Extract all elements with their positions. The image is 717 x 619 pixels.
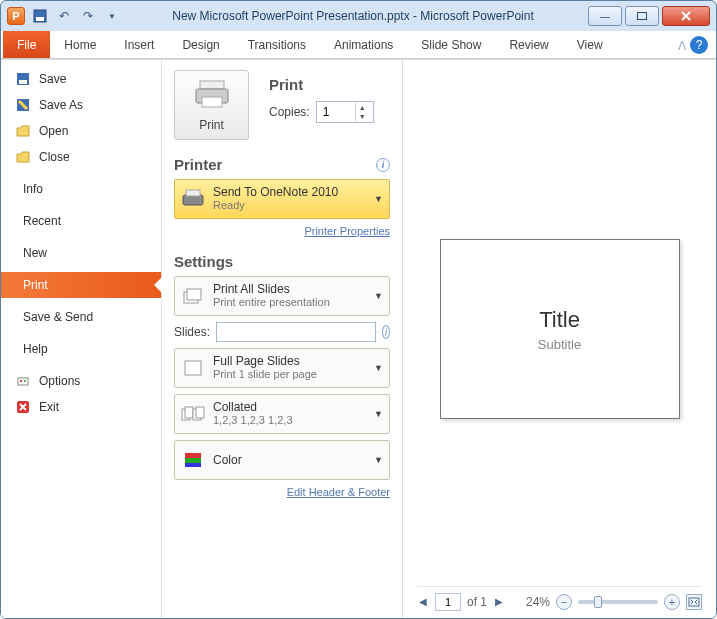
dd-title: Print All Slides xyxy=(213,283,330,296)
menu-close[interactable]: Close xyxy=(1,144,161,170)
qat-save-icon[interactable] xyxy=(31,7,49,25)
print-button[interactable]: Print xyxy=(174,70,249,140)
color-dropdown[interactable]: Color ▼ xyxy=(174,440,390,480)
spinner-down-icon[interactable]: ▼ xyxy=(356,112,369,121)
print-range-dropdown[interactable]: Print All SlidesPrint entire presentatio… xyxy=(174,276,390,316)
options-icon xyxy=(15,373,31,389)
svg-rect-21 xyxy=(196,407,204,418)
open-icon xyxy=(15,123,31,139)
svg-rect-4 xyxy=(19,80,27,84)
minimize-button[interactable]: — xyxy=(588,6,622,26)
prev-page-button[interactable]: ◀ xyxy=(417,596,429,607)
tab-animations[interactable]: Animations xyxy=(320,31,407,58)
svg-rect-7 xyxy=(20,380,22,382)
slider-thumb[interactable] xyxy=(594,596,602,608)
chevron-down-icon: ▼ xyxy=(374,194,383,204)
help-icon[interactable]: ? xyxy=(690,36,708,54)
copies-spinner[interactable]: ▲▼ xyxy=(316,101,374,123)
tab-review[interactable]: Review xyxy=(495,31,562,58)
dd-title: Color xyxy=(213,454,242,467)
save-icon xyxy=(15,71,31,87)
menu-exit[interactable]: Exit xyxy=(1,394,161,420)
tab-transitions[interactable]: Transitions xyxy=(234,31,320,58)
dd-title: Collated xyxy=(213,401,293,414)
minimize-ribbon-icon[interactable]: ᐱ xyxy=(678,39,686,58)
collate-dropdown[interactable]: Collated1,2,3 1,2,3 1,2,3 ▼ xyxy=(174,394,390,434)
printer-dropdown[interactable]: Send To OneNote 2010Ready ▼ xyxy=(174,179,390,219)
settings-section-heading: Settings xyxy=(174,253,233,270)
menu-save[interactable]: Save xyxy=(1,66,161,92)
info-icon[interactable]: i xyxy=(382,325,390,339)
maximize-button[interactable] xyxy=(625,6,659,26)
svg-rect-14 xyxy=(186,190,200,196)
menu-label: Exit xyxy=(39,400,59,414)
dd-sub: 1,2,3 1,2,3 1,2,3 xyxy=(213,414,293,427)
menu-print[interactable]: Print xyxy=(1,272,161,298)
close-file-icon xyxy=(15,149,31,165)
zoom-in-button[interactable]: + xyxy=(664,594,680,610)
menu-recent[interactable]: Recent xyxy=(1,208,161,234)
slide-title: Title xyxy=(539,307,580,333)
zoom-slider[interactable] xyxy=(578,600,658,604)
copies-input[interactable] xyxy=(317,105,355,119)
info-icon[interactable]: i xyxy=(376,158,390,172)
svg-rect-12 xyxy=(202,97,222,107)
menu-help[interactable]: Help xyxy=(1,336,161,362)
tab-slideshow[interactable]: Slide Show xyxy=(407,31,495,58)
svg-rect-16 xyxy=(187,289,201,300)
svg-rect-17 xyxy=(185,361,201,375)
svg-rect-22 xyxy=(185,453,201,458)
svg-rect-10 xyxy=(200,81,224,89)
page-input[interactable] xyxy=(435,593,461,611)
printer-device-icon xyxy=(181,187,205,211)
svg-rect-24 xyxy=(185,463,201,467)
svg-rect-6 xyxy=(18,378,28,385)
page-of-label: of 1 xyxy=(467,595,487,609)
printer-properties-link[interactable]: Printer Properties xyxy=(174,225,390,237)
menu-label: Open xyxy=(39,124,68,138)
zoom-out-button[interactable]: − xyxy=(556,594,572,610)
chevron-down-icon: ▼ xyxy=(374,363,383,373)
tab-file[interactable]: File xyxy=(3,31,50,58)
svg-rect-1 xyxy=(36,17,44,21)
next-page-button[interactable]: ▶ xyxy=(493,596,505,607)
menu-open[interactable]: Open xyxy=(1,118,161,144)
slide-preview: Title Subtitle xyxy=(440,239,680,419)
menu-info[interactable]: Info xyxy=(1,176,161,202)
page-layout-dropdown[interactable]: Full Page SlidesPrint 1 slide per page ▼ xyxy=(174,348,390,388)
slides-input[interactable] xyxy=(216,322,376,342)
edit-header-footer-link[interactable]: Edit Header & Footer xyxy=(174,486,390,498)
menu-options[interactable]: Options xyxy=(1,368,161,394)
print-button-label: Print xyxy=(199,118,224,132)
menu-label: Close xyxy=(39,150,70,164)
preview-area: Title Subtitle xyxy=(417,72,702,586)
menu-save-send[interactable]: Save & Send xyxy=(1,304,161,330)
qat-customize-icon[interactable]: ▼ xyxy=(103,7,121,25)
window-title: New Microsoft PowerPoint Presentation.pp… xyxy=(121,9,585,23)
menu-label: Options xyxy=(39,374,80,388)
qat-redo-icon[interactable]: ↷ xyxy=(79,7,97,25)
tab-insert[interactable]: Insert xyxy=(110,31,168,58)
tab-home[interactable]: Home xyxy=(50,31,110,58)
backstage-menu: Save Save As Open Close Info Recent New … xyxy=(1,60,162,618)
svg-rect-19 xyxy=(185,407,193,418)
svg-rect-8 xyxy=(24,380,26,382)
fit-to-window-button[interactable] xyxy=(686,594,702,610)
dd-title: Full Page Slides xyxy=(213,355,317,368)
menu-label: Info xyxy=(23,182,43,196)
menu-label: Recent xyxy=(23,214,61,228)
tab-design[interactable]: Design xyxy=(168,31,233,58)
color-icon xyxy=(181,448,205,472)
spinner-up-icon[interactable]: ▲ xyxy=(356,103,369,112)
dd-sub: Print 1 slide per page xyxy=(213,368,317,381)
menu-label: Print xyxy=(23,278,48,292)
menu-new[interactable]: New xyxy=(1,240,161,266)
chevron-down-icon: ▼ xyxy=(374,291,383,301)
tab-view[interactable]: View xyxy=(563,31,617,58)
qat-undo-icon[interactable]: ↶ xyxy=(55,7,73,25)
menu-label: Help xyxy=(23,342,48,356)
menu-save-as[interactable]: Save As xyxy=(1,92,161,118)
collate-icon xyxy=(181,402,205,426)
close-button[interactable] xyxy=(662,6,710,26)
chevron-down-icon: ▼ xyxy=(374,409,383,419)
